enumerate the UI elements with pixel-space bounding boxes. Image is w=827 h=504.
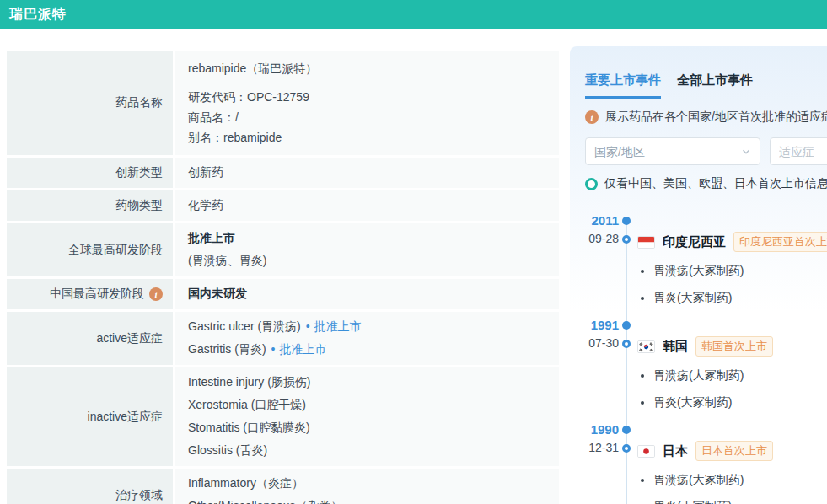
indication-name: Gastritis (胃炎) <box>188 342 266 356</box>
table-row-inactive-indications: inactive适应症 Intestine injury (肠损伤) Xeros… <box>7 367 559 466</box>
indication-line: Intestine injury (肠损伤) <box>188 371 550 394</box>
event-indication-item: 胃溃疡(大冢制药) <box>653 368 827 383</box>
row-label: 药品名称 <box>7 51 173 155</box>
drug-info-table: 药品名称 rebamipide（瑞巴派特） 研发代码：OPC-12759 商品名… <box>7 51 559 504</box>
global-stage-note: (胃溃疡、胃炎) <box>188 249 550 272</box>
events-tabs: 重要上市事件 全部上市事件 <box>585 72 827 99</box>
event-date: 07-30 <box>585 336 619 350</box>
tab-important-launch-events[interactable]: 重要上市事件 <box>585 72 661 99</box>
indonesia-flag-icon <box>637 236 655 249</box>
timeline-year-dot <box>622 321 631 330</box>
timeline-event-dot <box>622 235 631 244</box>
table-row-drug-name: 药品名称 rebamipide（瑞巴派特） 研发代码：OPC-12759 商品名… <box>7 51 559 155</box>
chevron-down-icon <box>741 147 751 157</box>
timeline-year-dot <box>622 217 631 225</box>
app-header: 瑞巴派特 <box>0 0 827 29</box>
rnd-code-value: 研发代码：OPC-12759 <box>188 87 550 107</box>
event-country: 印度尼西亚 <box>663 234 726 250</box>
row-label: active适应症 <box>7 312 173 365</box>
timeline-event-dot <box>622 340 631 348</box>
table-row-drug-type: 药物类型 化学药 <box>7 190 559 221</box>
approval-status-link[interactable]: •批准上市 <box>271 342 327 356</box>
panel-note-text: 展示药品在各个国家/地区首次批准的适应症、 <box>605 110 827 125</box>
link-bullet: • <box>271 342 276 356</box>
info-icon[interactable]: i <box>149 287 163 301</box>
alias-value: 别名：rebamipide <box>188 127 550 147</box>
tab-all-launch-events[interactable]: 全部上市事件 <box>677 72 753 99</box>
indication-line: Xerostomia (口腔干燥) <box>188 394 550 416</box>
row-label: 药物类型 <box>7 190 173 221</box>
row-label: 创新类型 <box>7 158 173 188</box>
table-row-global-stage: 全球最高研发阶段 批准上市 (胃溃疡、胃炎) <box>7 223 559 276</box>
indication-line: Gastritis (胃炎)•批准上市 <box>188 338 550 361</box>
indication-line: Glossitis (舌炎) <box>188 439 550 462</box>
event-year: 1991 <box>585 318 619 333</box>
filters-row <box>585 137 827 165</box>
first-launch-badge: 日本首次上市 <box>695 441 773 461</box>
timeline-entry: 1991 07-30 <box>585 318 827 410</box>
table-row-innovation-type: 创新类型 创新药 <box>7 158 559 188</box>
table-row-therapy-areas: 治疗领域 Inflammatory（炎症） Other/Miscellaneou… <box>7 469 559 504</box>
indication-line: Stomatitis (口腔黏膜炎) <box>188 416 550 439</box>
row-label: 治疗领域 <box>7 469 173 504</box>
drug-type-value: 化学药 <box>188 194 550 217</box>
row-label: 中国最高研发阶段 i <box>7 279 173 309</box>
first-launch-badge: 印度尼西亚首次上市 <box>733 232 827 252</box>
launch-events-panel: 重要上市事件 全部上市事件 i 展示药品在各个国家/地区首次批准的适应症、 仅看… <box>570 46 827 504</box>
event-year: 2011 <box>585 213 619 228</box>
panel-note: i 展示药品在各个国家/地区首次批准的适应症、 <box>585 110 827 125</box>
launch-timeline: 2011 09-28 印度尼西亚 印度尼西亚首次上市 胃溃疡(大冢制药) <box>585 213 827 504</box>
therapy-area-line: Other/Miscellaneous（杂类） <box>188 495 550 504</box>
row-label: inactive适应症 <box>7 367 173 466</box>
drug-name-value: rebamipide（瑞巴派特） <box>188 58 550 78</box>
info-icon: i <box>585 110 599 124</box>
event-indication-item: 胃溃疡(大冢制药) <box>653 264 827 279</box>
timeline-year-dot <box>622 426 631 434</box>
trade-name-value: 商品名：/ <box>188 107 550 127</box>
japan-flag-icon <box>637 445 655 458</box>
first-launch-filter[interactable]: 仅看中国、美国、欧盟、日本首次上市信息 <box>585 176 827 191</box>
page: 瑞巴派特 药品名称 rebamipide（瑞巴派特） 研发代码：OPC-1275… <box>0 0 827 504</box>
china-stage-value: 国内未研发 <box>188 282 550 305</box>
event-date: 09-28 <box>585 232 619 245</box>
table-row-china-stage: 中国最高研发阶段 i 国内未研发 <box>7 279 559 309</box>
radio-label: 仅看中国、美国、欧盟、日本首次上市信息 <box>604 176 827 191</box>
south-korea-flag-icon <box>637 340 655 353</box>
therapy-area-line: Inflammatory（炎症） <box>188 472 550 495</box>
radio-icon[interactable] <box>585 178 598 190</box>
timeline-entry: 1990 12-31 日本 日本首次上市 胃溃疡(大冢制药) 胃 <box>585 422 827 504</box>
indication-name: Gastric ulcer (胃溃疡) <box>188 319 301 333</box>
timeline-event-dot <box>622 444 631 453</box>
country-select-input[interactable] <box>594 145 721 158</box>
event-date: 12-31 <box>585 441 619 454</box>
event-indication-item: 胃溃疡(大冢制药) <box>653 473 827 488</box>
event-country: 韩国 <box>663 339 688 355</box>
event-indication-item: 胃炎(大冢制药) <box>653 395 827 410</box>
page-title: 瑞巴派特 <box>9 6 67 24</box>
indication-line: Gastric ulcer (胃溃疡)•批准上市 <box>188 315 550 338</box>
row-label: 全球最高研发阶段 <box>7 223 173 276</box>
indication-filter-input[interactable] <box>770 137 827 165</box>
link-bullet: • <box>306 319 310 333</box>
global-stage-value: 批准上市 <box>188 227 550 249</box>
timeline-entry: 2011 09-28 印度尼西亚 印度尼西亚首次上市 胃溃疡(大冢制药) <box>585 213 827 306</box>
table-row-active-indications: active适应症 Gastric ulcer (胃溃疡)•批准上市 Gastr… <box>7 312 559 365</box>
event-country: 日本 <box>663 443 688 459</box>
country-select[interactable] <box>585 137 760 165</box>
approval-status-link[interactable]: •批准上市 <box>306 319 362 333</box>
first-launch-badge: 韩国首次上市 <box>695 336 773 357</box>
event-indication-item: 胃炎(大冢制药) <box>653 500 827 504</box>
event-year: 1990 <box>585 422 619 437</box>
event-indication-item: 胃炎(大冢制药) <box>653 291 827 306</box>
innovation-type-value: 创新药 <box>188 161 550 184</box>
